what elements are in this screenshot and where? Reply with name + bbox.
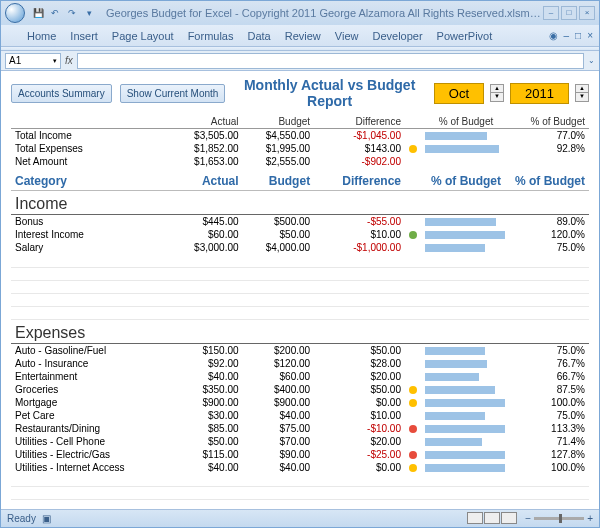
save-icon[interactable]: 💾: [31, 6, 45, 20]
row-indicator: [405, 155, 421, 168]
tab-page-layout[interactable]: Page Layout: [112, 30, 174, 42]
row-pct: 100.0%: [511, 461, 589, 474]
redo-icon[interactable]: ↷: [65, 6, 79, 20]
row-label: Total Income: [11, 129, 171, 143]
restore-icon[interactable]: □: [575, 30, 581, 41]
show-current-month-button[interactable]: Show Current Month: [120, 84, 226, 103]
table-row[interactable]: Interest Income$60.00$50.00$10.00120.0%: [11, 228, 589, 241]
row-indicator: [405, 370, 421, 383]
row-actual: $92.00: [171, 357, 243, 370]
row-diff: $10.00: [314, 409, 405, 422]
tab-home[interactable]: Home: [27, 30, 56, 42]
row-budget: $40.00: [243, 461, 315, 474]
table-row[interactable]: Total Income$3,505.00$4,550.00-$1,045.00…: [11, 129, 589, 143]
row-diff: -$25.00: [314, 448, 405, 461]
table-row[interactable]: Salary$3,000.00$4,000.00-$1,000.0075.0%: [11, 241, 589, 254]
row-budget: $75.00: [243, 422, 315, 435]
tab-developer[interactable]: Developer: [372, 30, 422, 42]
row-pct: 66.7%: [511, 370, 589, 383]
row-bar: [421, 383, 511, 396]
fx-icon[interactable]: fx: [65, 55, 73, 66]
row-label: Pet Care: [11, 409, 171, 422]
zoom-in-icon[interactable]: +: [587, 513, 593, 524]
table-row[interactable]: Net Amount$1,653.00$2,555.00-$902.00: [11, 155, 589, 168]
table-row[interactable]: Utilities - Electric/Gas$115.00$90.00-$2…: [11, 448, 589, 461]
row-pct: 120.0%: [511, 228, 589, 241]
row-budget: $1,995.00: [243, 142, 315, 155]
tab-review[interactable]: Review: [285, 30, 321, 42]
undo-icon[interactable]: ↶: [48, 6, 62, 20]
title-bar: 💾 ↶ ↷ ▾ Georges Budget for Excel - Copyr…: [1, 1, 599, 25]
table-row[interactable]: Bonus$445.00$500.00-$55.0089.0%: [11, 215, 589, 229]
row-diff: $0.00: [314, 461, 405, 474]
minimize-button[interactable]: –: [543, 6, 559, 20]
status-dot-icon: [409, 451, 417, 459]
help-icon[interactable]: ◉: [549, 30, 558, 41]
table-row[interactable]: Auto - Insurance$92.00$120.00$28.0076.7%: [11, 357, 589, 370]
table-row[interactable]: Total Expenses$1,852.00$1,995.00$143.009…: [11, 142, 589, 155]
chevron-down-icon[interactable]: ▾: [53, 57, 57, 65]
row-indicator: [405, 357, 421, 370]
name-box[interactable]: A1▾: [5, 53, 61, 69]
close-doc-icon[interactable]: ×: [587, 30, 593, 41]
row-label: Utilities - Internet Access: [11, 461, 171, 474]
close-button[interactable]: ×: [579, 6, 595, 20]
row-indicator: [405, 215, 421, 229]
table-row[interactable]: Restaurants/Dining$85.00$75.00-$10.00113…: [11, 422, 589, 435]
row-diff: $143.00: [314, 142, 405, 155]
table-row[interactable]: Pet Care$30.00$40.00$10.0075.0%: [11, 409, 589, 422]
row-bar: [421, 129, 511, 143]
accounts-summary-button[interactable]: Accounts Summary: [11, 84, 112, 103]
row-actual: $900.00: [171, 396, 243, 409]
row-label: Groceries: [11, 383, 171, 396]
row-bar: [421, 142, 511, 155]
row-bar: [421, 435, 511, 448]
office-button[interactable]: [5, 3, 25, 23]
row-actual: $50.00: [171, 435, 243, 448]
tab-formulas[interactable]: Formulas: [188, 30, 234, 42]
down-arrow-icon[interactable]: ▼: [576, 93, 588, 101]
tab-data[interactable]: Data: [247, 30, 270, 42]
year-stepper[interactable]: ▲▼: [575, 84, 589, 102]
expand-formula-icon[interactable]: ⌄: [588, 56, 595, 65]
month-stepper[interactable]: ▲▼: [490, 84, 504, 102]
row-pct: 75.0%: [511, 343, 589, 357]
min-ribbon-icon[interactable]: –: [564, 30, 570, 41]
view-buttons[interactable]: [466, 512, 517, 526]
maximize-button[interactable]: □: [561, 6, 577, 20]
row-bar: [421, 409, 511, 422]
formula-bar[interactable]: [77, 53, 584, 69]
tab-view[interactable]: View: [335, 30, 359, 42]
row-diff: $20.00: [314, 370, 405, 383]
row-budget: $500.00: [243, 215, 315, 229]
table-row[interactable]: Auto - Gasoline/Fuel$150.00$200.00$50.00…: [11, 343, 589, 357]
table-row[interactable]: Groceries$350.00$400.00$50.0087.5%: [11, 383, 589, 396]
worksheet[interactable]: Accounts Summary Show Current Month Mont…: [1, 71, 599, 509]
tab-powerpivot[interactable]: PowerPivot: [437, 30, 493, 42]
zoom-out-icon[interactable]: −: [525, 513, 531, 524]
row-actual: $1,653.00: [171, 155, 243, 168]
row-diff: $10.00: [314, 228, 405, 241]
up-arrow-icon[interactable]: ▲: [491, 85, 503, 93]
row-pct: 76.7%: [511, 357, 589, 370]
row-bar: [421, 155, 511, 168]
row-indicator: [405, 448, 421, 461]
status-text: Ready: [7, 513, 36, 524]
down-arrow-icon[interactable]: ▼: [491, 93, 503, 101]
zoom-control[interactable]: −+: [525, 513, 593, 524]
expenses-section: Expenses: [11, 319, 589, 343]
row-pct: 100.0%: [511, 396, 589, 409]
row-actual: $445.00: [171, 215, 243, 229]
status-dot-icon: [409, 425, 417, 433]
qat-chevron-icon[interactable]: ▾: [82, 6, 96, 20]
table-row[interactable]: Entertainment$40.00$60.00$20.0066.7%: [11, 370, 589, 383]
table-row[interactable]: Utilities - Cell Phone$50.00$70.00$20.00…: [11, 435, 589, 448]
year-box: 2011: [510, 83, 569, 104]
table-row[interactable]: Utilities - Internet Access$40.00$40.00$…: [11, 461, 589, 474]
up-arrow-icon[interactable]: ▲: [576, 85, 588, 93]
row-diff: -$55.00: [314, 215, 405, 229]
row-pct: 87.5%: [511, 383, 589, 396]
tab-insert[interactable]: Insert: [70, 30, 98, 42]
macro-icon[interactable]: ▣: [42, 513, 51, 524]
table-row[interactable]: Mortgage$900.00$900.00$0.00100.0%: [11, 396, 589, 409]
